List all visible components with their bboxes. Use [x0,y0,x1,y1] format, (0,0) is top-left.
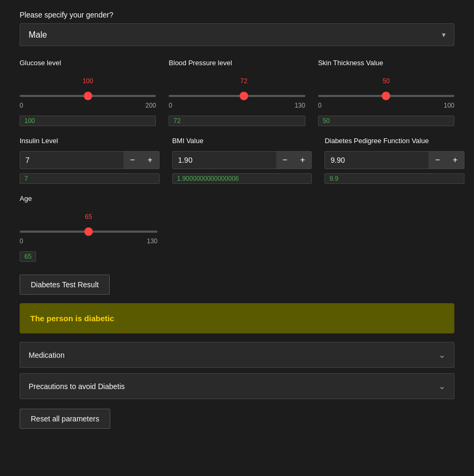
gender-select[interactable]: Male Female [20,23,454,46]
skin-value-row: 50 [318,77,454,88]
precautions-chevron-icon: ⌄ [438,381,445,391]
glucose-label: Glucose level [20,59,156,67]
medication-chevron-icon: ⌄ [438,350,445,360]
medication-accordion: Medication ⌄ [20,342,454,368]
skin-label: Skin Thickness Value [318,59,454,67]
skin-value-label: 50 [383,77,390,85]
bp-range-labels: 0 130 [169,102,305,109]
reset-button[interactable]: Reset all parameters [20,409,110,429]
precautions-accordion-label: Precautions to avoid Diabetis [29,382,125,391]
glucose-max: 200 [145,102,156,109]
dpf-input-wrapper: − + [324,151,464,169]
bp-value-row: 72 [169,77,305,88]
insulin-input-wrapper: − + [20,151,160,169]
dpf-badge: 9.9 [324,173,464,184]
insulin-increment-button[interactable]: + [141,152,159,169]
bmi-badge: 1.9000000000000006 [172,173,312,184]
dpf-group: Diabetes Pedigree Function Value − + 9.9 [324,137,464,184]
age-slider[interactable] [20,231,157,233]
skin-track [318,90,454,99]
bp-value-label: 72 [240,77,247,85]
glucose-min: 0 [20,102,23,109]
age-row: Age 65 0 130 65 [20,195,454,262]
skin-badge: 50 [318,116,454,126]
sliders-row: Glucose level 100 0 200 100 Blood Pressu… [20,59,454,126]
age-value-row: 65 [20,213,157,224]
glucose-slider[interactable] [20,95,156,97]
skin-slider-group: Skin Thickness Value 50 0 100 50 [318,59,454,126]
gender-question-label: Please specify your gender? [20,11,454,19]
insulin-input[interactable] [20,152,124,169]
bp-badge: 72 [169,116,305,126]
glucose-badge: 100 [20,116,156,126]
precautions-accordion: Precautions to avoid Diabetis ⌄ [20,373,454,399]
bmi-decrement-button[interactable]: − [276,152,294,169]
bmi-increment-button[interactable]: + [294,152,311,169]
age-slider-container: 65 0 130 65 [20,213,157,262]
page-container: Please specify your gender? Male Female … [20,11,454,429]
result-highlight: is diabetic [75,314,114,323]
dpf-decrement-button[interactable]: − [428,152,446,169]
age-range-labels: 0 130 [20,237,157,245]
insulin-label: Insulin Level [20,137,160,145]
result-message: The person is diabetic [20,303,454,333]
bp-max: 130 [295,102,305,109]
skin-min: 0 [318,102,322,109]
bp-min: 0 [169,102,172,109]
bp-track [169,90,305,99]
numeric-row: Insulin Level − + 7 BMI Value − + 1.9000… [20,137,454,184]
age-value-label: 65 [85,213,92,221]
dpf-increment-button[interactable]: + [446,152,464,169]
precautions-accordion-header[interactable]: Precautions to avoid Diabetis ⌄ [20,374,454,399]
glucose-range-labels: 0 200 [20,102,156,109]
age-min: 0 [20,237,23,245]
glucose-value-row: 100 [20,77,156,88]
test-result-button[interactable]: Diabetes Test Result [20,275,110,295]
insulin-badge: 7 [20,173,160,184]
medication-accordion-header[interactable]: Medication ⌄ [20,342,454,367]
bmi-input[interactable] [173,152,276,169]
age-label: Age [20,195,454,202]
glucose-value-label: 100 [83,77,93,85]
glucose-slider-group: Glucose level 100 0 200 100 [20,59,156,126]
bp-slider[interactable] [169,95,305,97]
result-prefix: The person [30,314,75,323]
insulin-decrement-button[interactable]: − [124,152,141,169]
skin-max: 100 [444,102,454,109]
bp-label: Blood Pressure level [169,59,305,67]
skin-range-labels: 0 100 [318,102,454,109]
bmi-input-wrapper: − + [172,151,312,169]
bmi-label: BMI Value [172,137,312,145]
skin-slider[interactable] [318,95,454,97]
medication-accordion-label: Medication [29,351,65,359]
age-max: 130 [147,237,157,245]
age-track [20,226,157,234]
dpf-label: Diabetes Pedigree Function Value [324,137,464,145]
gender-select-wrapper: Male Female ▼ [20,23,454,46]
bp-slider-group: Blood Pressure level 72 0 130 72 [169,59,305,126]
glucose-track [20,90,156,99]
age-badge: 65 [20,251,36,262]
insulin-group: Insulin Level − + 7 [20,137,160,184]
bmi-group: BMI Value − + 1.9000000000000006 [172,137,312,184]
dpf-input[interactable] [325,152,428,169]
